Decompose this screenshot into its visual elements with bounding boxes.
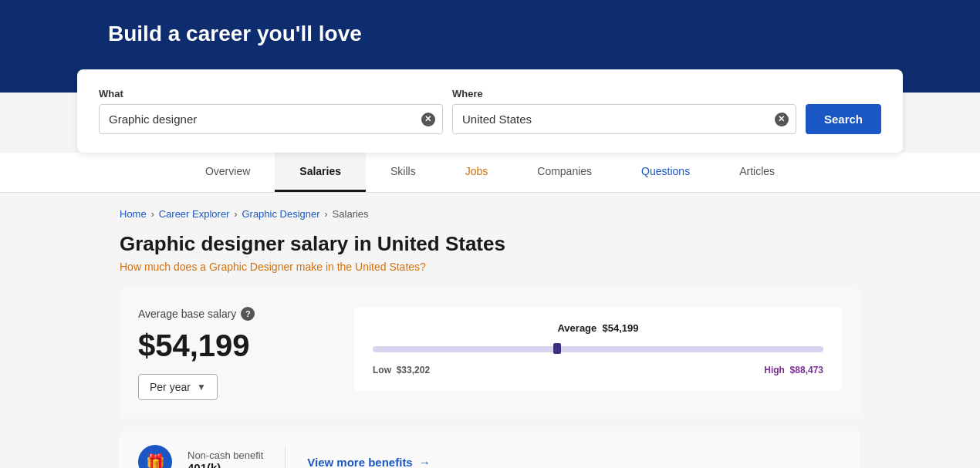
chart-low: Low $33,202 <box>373 365 430 375</box>
where-input[interactable] <box>452 104 796 134</box>
breadcrumb: Home › Career Explorer › Graphic Designe… <box>120 208 860 220</box>
search-button[interactable]: Search <box>806 104 881 134</box>
where-field: Where ✕ <box>452 88 796 134</box>
tab-salaries[interactable]: Salaries <box>275 153 366 192</box>
per-year-button[interactable]: Per year ▼ <box>138 374 218 400</box>
breadcrumb-arrow-1: › <box>151 209 154 220</box>
arrow-right-icon: → <box>419 456 431 469</box>
tab-questions[interactable]: Questions <box>617 153 715 192</box>
nav-tabs: Overview Salaries Skills Jobs Companies … <box>0 153 980 193</box>
chart-avg-value: $54,199 <box>603 322 639 334</box>
what-input[interactable] <box>99 104 443 134</box>
view-benefits-link[interactable]: View more benefits → <box>307 456 430 469</box>
help-icon[interactable]: ? <box>241 307 255 321</box>
chart-high: High $88,473 <box>764 365 823 375</box>
salary-card: Average base salary ? $54,199 Per year ▼… <box>120 288 860 419</box>
chart-avg-label: Average $54,199 <box>373 322 823 334</box>
chart-marker <box>553 343 561 354</box>
tab-companies[interactable]: Companies <box>512 153 617 192</box>
breadcrumb-graphic-designer[interactable]: Graphic Designer <box>242 208 319 220</box>
salary-card-inner: Average base salary ? $54,199 Per year ▼… <box>138 307 842 400</box>
chart-low-value: $33,202 <box>397 365 430 375</box>
avg-label: Average base salary ? <box>138 307 323 321</box>
tab-jobs[interactable]: Jobs <box>441 153 513 192</box>
main-content: Home › Career Explorer › Graphic Designe… <box>104 193 876 468</box>
gift-icon: 🎁 <box>146 453 165 468</box>
view-benefits-label: View more benefits <box>307 456 412 469</box>
where-clear-button[interactable]: ✕ <box>775 113 789 126</box>
benefits-section: 🎁 Non-cash benefit 401(k) View more bene… <box>120 431 860 468</box>
page-subtitle: How much does a Graphic Designer make in… <box>120 261 860 273</box>
where-label: Where <box>452 88 796 99</box>
breadcrumb-salaries: Salaries <box>333 208 369 220</box>
benefit-icon: 🎁 <box>138 445 172 468</box>
search-bar: What ✕ Where ✕ Search <box>77 69 903 153</box>
chart-avg-text: Average <box>557 322 596 334</box>
tab-overview[interactable]: Overview <box>181 153 275 192</box>
salary-left: Average base salary ? $54,199 Per year ▼ <box>138 307 323 400</box>
where-input-wrapper: ✕ <box>452 104 796 134</box>
chart-high-value: $88,473 <box>790 365 823 375</box>
benefit-text: Non-cash benefit 401(k) <box>188 449 263 468</box>
salary-amount: $54,199 <box>138 328 323 363</box>
chart-bar <box>373 342 823 357</box>
breadcrumb-home[interactable]: Home <box>120 208 147 220</box>
page-title: Graphic designer salary in United States <box>120 232 860 256</box>
benefit-label: Non-cash benefit <box>188 449 263 461</box>
per-year-label: Per year <box>150 381 191 393</box>
chevron-down-icon: ▼ <box>197 382 206 392</box>
chart-bar-bg <box>373 346 823 352</box>
breadcrumb-career-explorer[interactable]: Career Explorer <box>159 208 230 220</box>
tab-skills[interactable]: Skills <box>366 153 441 192</box>
benefit-divider <box>285 446 286 468</box>
chart-low-label: Low <box>373 365 391 375</box>
breadcrumb-arrow-3: › <box>325 209 328 220</box>
chart-high-label: High <box>764 365 785 375</box>
what-input-wrapper: ✕ <box>99 104 443 134</box>
hero-title: Build a career you'll love <box>108 22 872 46</box>
breadcrumb-arrow-2: › <box>234 209 237 220</box>
benefit-value: 401(k) <box>188 461 263 468</box>
what-label: What <box>99 88 443 99</box>
salary-chart: Average $54,199 Low $33,202 High $88,473 <box>354 307 842 391</box>
what-field: What ✕ <box>99 88 443 134</box>
chart-labels: Low $33,202 High $88,473 <box>373 365 823 375</box>
avg-label-text: Average base salary <box>138 308 236 320</box>
search-row: What ✕ Where ✕ Search <box>99 88 881 134</box>
what-clear-button[interactable]: ✕ <box>421 113 435 126</box>
tab-articles[interactable]: Articles <box>715 153 799 192</box>
